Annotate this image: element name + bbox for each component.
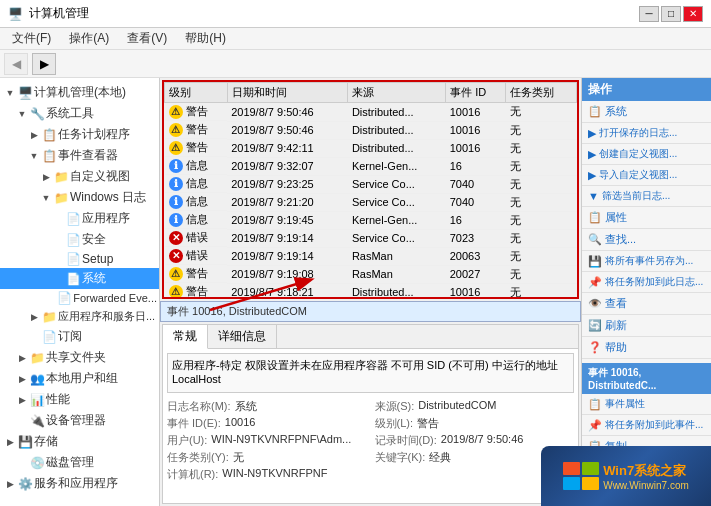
table-row[interactable]: ℹ信息 2019/8/7 9:32:07 Kernel-Gen... 16 无 <box>165 157 577 175</box>
expand-arrow-2: ▼ <box>16 108 28 120</box>
cell-datetime: 2019/8/7 9:19:08 <box>227 265 348 283</box>
right-action-find[interactable]: 🔍 查找... <box>582 229 711 251</box>
menu-view[interactable]: 查看(V) <box>119 28 175 49</box>
table-row[interactable]: ℹ信息 2019/8/7 9:23:25 Service Co... 7040 … <box>165 175 577 193</box>
right-action-create-view[interactable]: ▶ 创建自定义视图... <box>582 144 711 165</box>
subscriptions-icon: 📄 <box>42 330 56 344</box>
tab-details[interactable]: 详细信息 <box>208 325 277 348</box>
event-list-area: 级别 日期和时间 来源 事件 ID 任务类别 ⚠警告 2019/8/7 9:50… <box>162 80 579 299</box>
cell-datetime: 2019/8/7 9:18:21 <box>227 283 348 297</box>
title-icon: 🖥️ <box>8 7 23 21</box>
back-button[interactable]: ◀ <box>4 53 28 75</box>
right-action-import-view[interactable]: ▶ 导入自定义视图... <box>582 165 711 186</box>
sidebar-item-subscriptions[interactable]: 📄 订阅 <box>0 326 159 347</box>
table-row[interactable]: ⚠警告 2019/8/7 9:42:11 Distributed... 1001… <box>165 139 577 157</box>
cell-level: ℹ信息 <box>165 211 228 229</box>
sidebar-item-app-log[interactable]: 📄 应用程序 <box>0 208 159 229</box>
cell-level: ℹ信息 <box>165 175 228 193</box>
minimize-button[interactable]: ─ <box>639 6 659 22</box>
right-action-event-props[interactable]: 📋 事件属性 <box>582 394 711 415</box>
sidebar-item-event-viewer[interactable]: ▼ 📋 事件查看器 <box>0 145 159 166</box>
right-action-view[interactable]: 👁️ 查看 <box>582 293 711 315</box>
sidebar-item-local-users[interactable]: ▶ 👥 本地用户和组 <box>0 368 159 389</box>
event-table-scroll[interactable]: 级别 日期和时间 来源 事件 ID 任务类别 ⚠警告 2019/8/7 9:50… <box>164 82 577 297</box>
cell-task: 无 <box>506 193 577 211</box>
event-props-icon: 📋 <box>588 398 602 411</box>
col-datetime: 日期和时间 <box>227 83 348 103</box>
detail-field-label: 事件 ID(E): <box>167 416 221 431</box>
sidebar-item-performance[interactable]: ▶ 📊 性能 <box>0 389 159 410</box>
sidebar-item-security-log[interactable]: 📄 安全 <box>0 229 159 250</box>
win7-logo <box>563 462 599 490</box>
maximize-button[interactable]: □ <box>661 6 681 22</box>
menu-bar: 文件(F) 操作(A) 查看(V) 帮助(H) <box>0 28 711 50</box>
table-row[interactable]: ⚠警告 2019/8/7 9:19:08 RasMan 20027 无 <box>165 265 577 283</box>
detail-field-value: 系统 <box>235 399 257 414</box>
leaf-spacer-4 <box>52 273 64 285</box>
right-action-attach-event-task[interactable]: 📌 将任务附加到此事件... <box>582 415 711 436</box>
cell-level: ⚠警告 <box>165 121 228 139</box>
table-row[interactable]: ⚠警告 2019/8/7 9:50:46 Distributed... 1001… <box>165 121 577 139</box>
view-icon: 👁️ <box>588 297 602 310</box>
toolbar: ◀ ▶ <box>0 50 711 78</box>
sidebar-item-system-log[interactable]: 📄 系统 <box>0 268 159 289</box>
forward-button[interactable]: ▶ <box>32 53 56 75</box>
right-action-help[interactable]: ❓ 帮助 <box>582 337 711 359</box>
detail-pane: 常规 详细信息 应用程序-特定 权限设置并未在应用程序容器 不可用 SID (不… <box>162 324 579 504</box>
table-row[interactable]: ✕错误 2019/8/7 9:19:14 RasMan 20063 无 <box>165 247 577 265</box>
table-row[interactable]: ⚠警告 2019/8/7 9:50:46 Distributed... 1001… <box>165 103 577 122</box>
cell-level: ⚠警告 <box>165 139 228 157</box>
right-action-filter[interactable]: ▼ 筛选当前日志... <box>582 186 711 207</box>
close-button[interactable]: ✕ <box>683 6 703 22</box>
table-row[interactable]: ✕错误 2019/8/7 9:19:14 Service Co... 7023 … <box>165 229 577 247</box>
sidebar-item-disk-management[interactable]: 💿 磁盘管理 <box>0 452 159 473</box>
right-action-attach-task[interactable]: 📌 将任务附加到此日志... <box>582 272 711 293</box>
sidebar-item-forwarded-events[interactable]: 📄 Forwarded Eve... <box>0 289 159 307</box>
right-action-system[interactable]: 📋 系统 <box>582 101 711 123</box>
windows-logs-icon: 📁 <box>54 191 68 205</box>
detail-field-value: 2019/8/7 9:50:46 <box>441 433 524 448</box>
detail-field-label: 日志名称(M): <box>167 399 231 414</box>
cell-level: ⚠警告 <box>165 103 228 121</box>
right-action-open-log[interactable]: ▶ 打开保存的日志... <box>582 123 711 144</box>
watermark-url: Www.Winwin7.com <box>603 480 689 491</box>
warning-icon: ⚠ <box>169 285 183 298</box>
right-action-refresh[interactable]: 🔄 刷新 <box>582 315 711 337</box>
leaf-spacer-3 <box>52 253 64 265</box>
sidebar-item-storage[interactable]: ▶ 💾 存储 <box>0 431 159 452</box>
menu-file[interactable]: 文件(F) <box>4 28 59 49</box>
cell-event-id: 10016 <box>446 103 506 122</box>
sidebar-item-setup-log[interactable]: 📄 Setup <box>0 250 159 268</box>
detail-field: 事件 ID(E):10016 <box>167 416 367 431</box>
tab-general[interactable]: 常规 <box>163 325 208 349</box>
cell-task: 无 <box>506 175 577 193</box>
app-services-icon: 📁 <box>42 310 56 324</box>
menu-help[interactable]: 帮助(H) <box>177 28 234 49</box>
info-icon: ℹ <box>169 213 183 227</box>
main-layout: ▼ 🖥️ 计算机管理(本地) ▼ 🔧 系统工具 ▶ 📋 任务计 <box>0 78 711 506</box>
sidebar-item-task-scheduler[interactable]: ▶ 📋 任务计划程序 <box>0 124 159 145</box>
detail-field: 用户(U):WIN-N9TKVNRFPNF\Adm... <box>167 433 367 448</box>
cell-task: 无 <box>506 283 577 297</box>
refresh-icon: 🔄 <box>588 319 602 332</box>
sidebar-item-services-apps[interactable]: ▶ ⚙️ 服务和应用程序 <box>0 473 159 494</box>
sidebar-item-device-manager[interactable]: 🔌 设备管理器 <box>0 410 159 431</box>
detail-field: 计算机(R):WIN-N9TKVNRFPNF <box>167 467 367 482</box>
sidebar-item-shared-folders[interactable]: ▶ 📁 共享文件夹 <box>0 347 159 368</box>
sidebar-item-windows-logs[interactable]: ▼ 📁 Windows 日志 <box>0 187 159 208</box>
setup-log-icon: 📄 <box>66 252 80 266</box>
detail-field-value: DistributedCOM <box>418 399 496 414</box>
right-action-properties[interactable]: 📋 属性 <box>582 207 711 229</box>
table-row[interactable]: ℹ信息 2019/8/7 9:19:45 Kernel-Gen... 16 无 <box>165 211 577 229</box>
sidebar-item-computer[interactable]: ▼ 🖥️ 计算机管理(本地) <box>0 82 159 103</box>
warning-icon: ⚠ <box>169 267 183 281</box>
sidebar-item-custom-views[interactable]: ▶ 📁 自定义视图 <box>0 166 159 187</box>
right-action-save-all[interactable]: 💾 将所有事件另存为... <box>582 251 711 272</box>
menu-action[interactable]: 操作(A) <box>61 28 117 49</box>
sidebar-item-app-services[interactable]: ▶ 📁 应用程序和服务日... <box>0 307 159 326</box>
watermark: Win7系统之家 Www.Winwin7.com <box>541 446 711 506</box>
sidebar: ▼ 🖥️ 计算机管理(本地) ▼ 🔧 系统工具 ▶ 📋 任务计 <box>0 78 160 506</box>
sidebar-item-system-tools[interactable]: ▼ 🔧 系统工具 <box>0 103 159 124</box>
table-row[interactable]: ⚠警告 2019/8/7 9:18:21 Distributed... 1001… <box>165 283 577 297</box>
table-row[interactable]: ℹ信息 2019/8/7 9:21:20 Service Co... 7040 … <box>165 193 577 211</box>
